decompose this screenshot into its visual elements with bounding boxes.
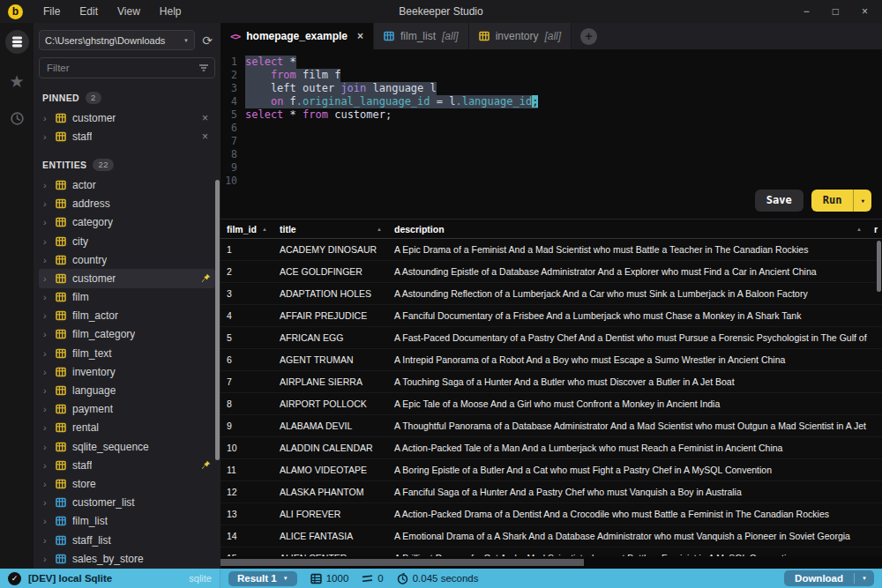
table-row[interactable]: 8AIRPORT POLLOCKA Epic Tale of a Moose A… — [220, 393, 882, 415]
favorites-star-icon[interactable]: ★ — [9, 73, 24, 90]
filter-funnel-icon[interactable] — [198, 63, 209, 73]
column-header-description[interactable]: description▲ — [388, 220, 868, 238]
cell-title[interactable]: AIRPLANE SIERRA — [273, 376, 388, 387]
cell-description[interactable]: A Action-Packed Drama of a Dentist And a… — [388, 509, 868, 519]
chevron-right-icon[interactable]: › — [43, 479, 49, 489]
cell-film-id[interactable]: 3 — [220, 288, 273, 299]
cell-film-id[interactable]: 1 — [220, 244, 273, 255]
table-row[interactable]: 10ALADDIN CALENDARA Action-Packed Tale o… — [220, 437, 882, 459]
column-header-title[interactable]: title▲ — [273, 220, 388, 238]
cell-film-id[interactable]: 12 — [220, 487, 273, 497]
table-row[interactable]: 6AGENT TRUMANA Intrepid Panorama of a Ro… — [220, 349, 882, 371]
new-tab-button[interactable]: + — [580, 28, 597, 45]
close-icon[interactable]: × — [199, 130, 211, 143]
chevron-right-icon[interactable]: › — [43, 460, 49, 471]
cell-film-id[interactable]: 13 — [220, 509, 273, 519]
cell-description[interactable]: A Epic Drama of a Feminist And a Mad Sci… — [388, 244, 868, 255]
cell-description[interactable]: A Intrepid Panorama of a Robot And a Boy… — [388, 354, 868, 365]
sort-icon[interactable]: ▲ — [377, 227, 382, 232]
cell-film-id[interactable]: 14 — [220, 531, 273, 541]
sidebar-item-customer_list[interactable]: ›customer_list — [39, 494, 215, 512]
cell-description[interactable]: A Fast-Paced Documentary of a Pastry Che… — [388, 332, 868, 343]
chevron-right-icon[interactable]: › — [43, 255, 49, 265]
cell-description[interactable]: A Epic Tale of a Moose And a Girl who mu… — [388, 398, 868, 409]
cell-title[interactable]: ALAMO VIDEOTAPE — [273, 465, 388, 475]
history-icon[interactable] — [10, 111, 25, 130]
download-caret-icon[interactable]: ▼ — [854, 573, 874, 584]
cell-description[interactable]: A Emotional Drama of a A Shark And a Dat… — [388, 531, 868, 541]
cell-title[interactable]: AIRPORT POLLOCK — [273, 398, 388, 409]
sidebar-item-staff[interactable]: ›staff — [39, 456, 215, 474]
menu-edit[interactable]: Edit — [70, 0, 108, 23]
sidebar-item-staff_list[interactable]: ›staff_list — [39, 531, 215, 549]
cell-film-id[interactable]: 8 — [220, 398, 273, 409]
run-options-caret-icon[interactable]: ▼ — [853, 190, 871, 212]
sidebar-item-film_actor[interactable]: ›film_actor — [39, 307, 215, 325]
sidebar-item-film_text[interactable]: ›film_text — [39, 344, 215, 362]
chevron-right-icon[interactable]: › — [43, 217, 49, 227]
table-row[interactable]: 9ALABAMA DEVILA Thoughtful Panorama of a… — [220, 415, 882, 437]
cell-title[interactable]: ACADEMY DINOSAUR — [273, 244, 388, 255]
chevron-right-icon[interactable]: › — [43, 113, 49, 123]
cell-description[interactable]: A Fanciful Saga of a Hunter And a Pastry… — [388, 487, 868, 497]
chevron-right-icon[interactable]: › — [43, 367, 49, 377]
tab-homepage_example[interactable]: <>homepage_example× — [220, 23, 374, 49]
menu-file[interactable]: File — [34, 0, 70, 23]
menu-help[interactable]: Help — [150, 0, 191, 23]
chevron-right-icon[interactable]: › — [43, 131, 49, 142]
result-selector[interactable]: Result 1 ▼ — [228, 571, 297, 586]
sidebar-item-category[interactable]: ›category — [39, 213, 215, 232]
cell-film-id[interactable]: 2 — [220, 266, 273, 277]
cell-film-id[interactable]: 6 — [220, 354, 273, 365]
sidebar-item-film[interactable]: ›film — [39, 288, 215, 307]
chevron-right-icon[interactable]: › — [43, 516, 49, 526]
chevron-right-icon[interactable]: › — [43, 554, 49, 564]
cell-film-id[interactable]: 5 — [220, 332, 273, 343]
table-row[interactable]: 15ALIEN CENTERA Brilliant Drama of a Cat… — [220, 547, 882, 556]
chevron-right-icon[interactable]: › — [43, 535, 49, 546]
column-header-partial[interactable]: r — [868, 220, 882, 238]
chevron-right-icon[interactable]: › — [43, 310, 49, 321]
cell-title[interactable]: AGENT TRUMAN — [273, 354, 388, 365]
refresh-icon[interactable]: ⟳ — [199, 33, 215, 48]
sidebar-item-film_list[interactable]: ›film_list — [39, 512, 215, 531]
chevron-right-icon[interactable]: › — [43, 404, 49, 414]
table-row[interactable]: 3ADAPTATION HOLESA Astounding Reflection… — [220, 283, 882, 305]
sidebar-item-rental[interactable]: ›rental — [39, 419, 215, 437]
chevron-right-icon[interactable]: › — [43, 385, 49, 396]
cell-title[interactable]: ALADDIN CALENDAR — [273, 443, 388, 453]
close-button[interactable]: × — [862, 5, 868, 18]
table-row[interactable]: 1ACADEMY DINOSAURA Epic Drama of a Femin… — [220, 239, 882, 261]
chevron-right-icon[interactable]: › — [43, 497, 49, 508]
database-icon[interactable] — [5, 30, 29, 54]
cell-title[interactable]: ALASKA PHANTOM — [273, 487, 388, 497]
sidebar-item-sales_by_store[interactable]: ›sales_by_store — [39, 549, 215, 568]
close-icon[interactable]: × — [357, 30, 363, 42]
cell-title[interactable]: ACE GOLDFINGER — [273, 266, 388, 277]
cell-description[interactable]: A Touching Saga of a Hunter And a Butler… — [388, 376, 868, 387]
cell-film-id[interactable]: 10 — [220, 443, 273, 453]
sidebar-item-film_category[interactable]: ›film_category — [39, 325, 215, 344]
table-row[interactable]: 11ALAMO VIDEOTAPEA Boring Epistle of a B… — [220, 459, 882, 481]
cell-film-id[interactable]: 4 — [220, 310, 273, 321]
cell-title[interactable]: ALI FOREVER — [273, 509, 388, 519]
sidebar-item-sqlite_sequence[interactable]: ›sqlite_sequence — [39, 437, 215, 456]
run-button[interactable]: Run ▼ — [811, 190, 871, 212]
cell-description[interactable]: A Astounding Reflection of a Lumberjack … — [388, 288, 868, 299]
download-button[interactable]: Download ▼ — [784, 570, 874, 586]
cell-title[interactable]: ALICE FANTASIA — [273, 531, 388, 541]
close-icon[interactable]: × — [199, 112, 211, 124]
chevron-right-icon[interactable]: › — [43, 180, 49, 190]
chevron-right-icon[interactable]: › — [43, 329, 49, 339]
sort-icon[interactable]: ▲ — [262, 227, 267, 232]
sidebar-item-customer[interactable]: ›customer× — [39, 108, 215, 127]
cell-title[interactable]: AFRICAN EGG — [273, 332, 388, 343]
tab-inventory[interactable]: inventory[all] — [469, 23, 572, 49]
filter-input[interactable] — [39, 57, 215, 78]
connection-select[interactable]: C:\Users\ghstng\Downloads ▼ — [39, 30, 195, 50]
sidebar-item-city[interactable]: ›city — [39, 232, 215, 250]
horizontal-scrollbar[interactable] — [220, 559, 584, 566]
sidebar-item-address[interactable]: ›address — [39, 195, 215, 213]
maximize-button[interactable]: □ — [833, 5, 839, 18]
chevron-right-icon[interactable]: › — [43, 236, 49, 247]
